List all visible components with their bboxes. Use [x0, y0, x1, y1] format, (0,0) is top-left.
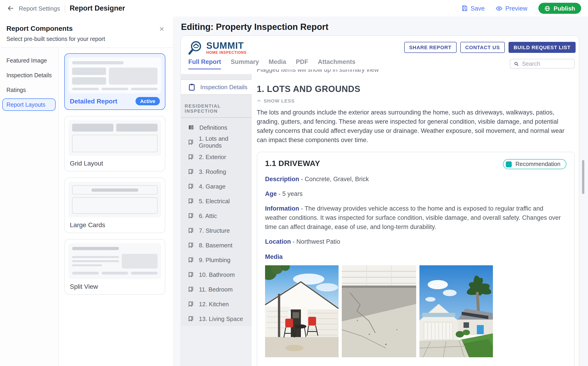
nav-item-plumbing[interactable]: 9. Plumbing	[181, 252, 252, 267]
sidebar-item-inspection-details[interactable]: Inspection Details	[0, 69, 56, 81]
report-components-panel: Report Components Select pre-built secti…	[0, 16, 174, 366]
bookmark-icon	[187, 183, 194, 190]
bookmark-icon	[187, 212, 194, 219]
publish-button[interactable]: Publish	[538, 3, 581, 14]
nav-item-basement[interactable]: 8. Basement	[181, 238, 252, 252]
vertical-scrollbar-thumb[interactable]	[582, 160, 584, 194]
top-bar: Report Settings Report Designer Save Pre…	[0, 0, 588, 16]
editing-title: Editing: Property Inspection Report	[181, 22, 328, 32]
brand-tagline: HOME INSPECTIONS	[206, 51, 246, 55]
media-photo-row	[265, 265, 566, 357]
bookmark-icon	[187, 198, 194, 204]
magnifier-house-logo-icon	[187, 40, 203, 56]
nav-item-inspection-details[interactable]: Inspection Details	[181, 80, 252, 95]
nav-item-garage[interactable]: 4. Garage	[181, 179, 252, 194]
tab-attachments[interactable]: Attachments	[318, 58, 356, 69]
field-information: Information - The driveway provides vehi…	[265, 204, 566, 232]
teal-swatch-icon	[506, 161, 512, 167]
book-icon	[187, 124, 195, 131]
bookmark-icon	[187, 271, 194, 278]
report-content: Flagged items will show up in summary vi…	[252, 69, 579, 366]
panel-subtitle: Select pre-built sections for your repor…	[7, 36, 166, 42]
brand-logo: SUMMIT HOME INSPECTIONS	[187, 40, 246, 56]
media-label: Media	[265, 253, 566, 260]
layout-card-grid-layout[interactable]: Grid Layout	[64, 116, 165, 172]
breadcrumb[interactable]: Report Settings	[19, 5, 60, 12]
report-tabs: Full Report Summary Media PDF Attachment…	[188, 58, 356, 69]
bookmark-icon	[187, 227, 194, 234]
contact-us-button[interactable]: CONTACT US	[460, 42, 505, 53]
brand-name: SUMMIT	[206, 41, 246, 50]
search-box	[510, 59, 575, 69]
report-section-nav: Inspection Details RESIDENTIAL INSPECTIO…	[181, 69, 252, 366]
tab-summary[interactable]: Summary	[231, 58, 259, 69]
sidebar-item-ratings[interactable]: Ratings	[0, 84, 56, 96]
clipboard-icon	[188, 83, 196, 91]
nav-group-label: RESIDENTIAL INSPECTION	[185, 103, 248, 114]
tab-full-report[interactable]: Full Report	[188, 58, 221, 69]
layout-name: Large Cards	[70, 221, 105, 229]
driveway-surface-photo[interactable]	[342, 265, 416, 357]
chevron-up-icon	[257, 98, 261, 103]
show-less-toggle[interactable]: SHOW LESS	[257, 98, 575, 103]
nav-scroll-area	[181, 326, 252, 366]
layout-card-list: Detailed Report Active Grid Layout	[59, 48, 173, 366]
layout-preview	[68, 182, 161, 217]
globe-icon	[544, 5, 550, 11]
search-input[interactable]	[522, 61, 571, 67]
field-description: Description - Concrete, Gravel, Brick	[265, 175, 566, 184]
preview-button[interactable]: Preview	[496, 5, 527, 12]
bookmark-icon	[187, 139, 194, 145]
porch-patio-photo[interactable]	[265, 265, 338, 357]
search-icon	[514, 61, 519, 66]
nav-item-lots-and-grounds[interactable]: 1. Lots and Grounds	[181, 135, 252, 149]
nav-item-structure[interactable]: 7. Structure	[181, 223, 252, 238]
nav-item-kitchen[interactable]: 12. Kitchen	[181, 297, 252, 311]
tab-media[interactable]: Media	[269, 58, 287, 69]
inspection-item-card: 1.1 DRIVEWAY Recommendation Description …	[257, 152, 575, 366]
share-report-button[interactable]: SHARE REPORT	[404, 42, 456, 53]
tab-pdf[interactable]: PDF	[296, 58, 308, 69]
layout-card-split-view[interactable]: Split View	[64, 239, 165, 295]
save-button[interactable]: Save	[462, 5, 485, 12]
layout-preview	[68, 243, 161, 279]
section-title: 1. LOTS AND GROUNDS	[257, 84, 575, 94]
build-request-list-button[interactable]: BUILD REQUEST LIST	[508, 42, 576, 53]
back-arrow-icon[interactable]	[7, 5, 14, 12]
nav-item-exterior[interactable]: 2. Exterior	[181, 149, 252, 164]
bookmark-icon	[187, 168, 194, 175]
nav-item-attic[interactable]: 6. Attic	[181, 208, 252, 223]
bookmark-icon	[187, 315, 194, 322]
report-preview-card: SUMMIT HOME INSPECTIONS SHARE REPORT CON…	[181, 35, 579, 366]
close-icon[interactable]: ✕	[159, 25, 164, 33]
bookmark-icon	[187, 153, 194, 160]
divider	[65, 4, 65, 12]
panel-title: Report Components	[7, 24, 166, 32]
nav-item-bathroom[interactable]: 10. Bathroom	[181, 267, 252, 282]
item-title: 1.1 DRIVEWAY	[265, 159, 320, 168]
nav-item-bedroom[interactable]: 11. Bedroom	[181, 282, 252, 297]
bookmark-icon	[187, 256, 194, 263]
clipped-scrolled-text: Flagged items will show up in summary vi…	[257, 69, 575, 74]
layout-name: Detailed Report	[70, 98, 117, 105]
nav-item-roofing[interactable]: 3. Roofing	[181, 164, 252, 179]
page-title: Report Designer	[70, 4, 125, 12]
layout-preview	[68, 120, 161, 156]
nav-item-electrical[interactable]: 5. Electrical	[181, 194, 252, 208]
sidebar-item-featured-image[interactable]: Featured Image	[0, 54, 56, 67]
nav-item-living-space[interactable]: 13. Living Space	[181, 311, 252, 326]
layout-card-large-cards[interactable]: Large Cards	[64, 177, 165, 233]
recommendation-badge[interactable]: Recommendation	[503, 159, 566, 169]
field-age: Age - 5 years	[265, 190, 566, 199]
house-front-photo[interactable]	[419, 265, 493, 357]
field-location: Location - Northwest Patio	[265, 237, 566, 246]
layout-card-detailed-report[interactable]: Detailed Report Active	[64, 53, 165, 110]
layout-name: Split View	[70, 283, 98, 290]
bookmark-icon	[187, 300, 194, 307]
report-actions: SHARE REPORT CONTACT US BUILD REQUEST LI…	[404, 42, 576, 53]
report-header: SUMMIT HOME INSPECTIONS SHARE REPORT CON…	[181, 36, 579, 69]
nav-item-definitions[interactable]: Definitions	[181, 120, 252, 135]
editor-area: Editing: Property Inspection Report SUMM…	[174, 16, 588, 366]
eye-icon	[496, 5, 503, 12]
sidebar-item-report-layouts[interactable]: Report Layouts	[2, 98, 56, 111]
